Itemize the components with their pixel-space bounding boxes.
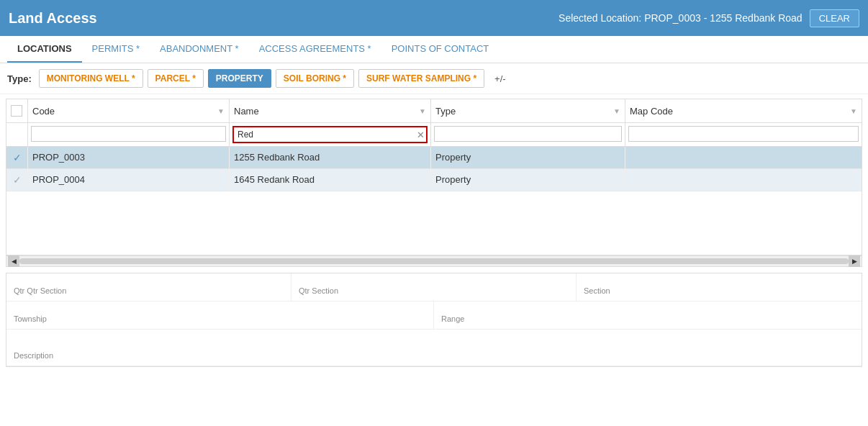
filter-code-cell [28, 123, 230, 146]
type-soil-boring[interactable]: SOIL BORING * [276, 69, 354, 88]
type-monitoring-well[interactable]: MONITORING WELL * [39, 69, 143, 88]
type-bar: Type: MONITORING WELL * PARCEL * PROPERT… [0, 63, 868, 94]
filter-map-code-cell [625, 123, 862, 146]
scroll-left-button[interactable]: ◀ [8, 255, 19, 267]
scroll-right-button[interactable]: ▶ [849, 255, 860, 267]
filter-name-clear-icon[interactable]: ✕ [417, 130, 425, 140]
row2-map-code [625, 169, 862, 191]
row2-name: 1645 Redank Road [230, 169, 431, 191]
row2-check[interactable]: ✓ [6, 169, 28, 191]
filter-name-wrap: ✕ [232, 126, 428, 143]
tab-permits[interactable]: PERMITS * [82, 36, 150, 63]
app-header: Land Access Selected Location: PROP_0003… [0, 0, 868, 36]
filter-row: ✕ [6, 123, 862, 147]
scroll-track[interactable] [19, 258, 849, 264]
qtr-qtr-section-field: Qtr Qtr Section [6, 273, 291, 301]
detail-form: Qtr Qtr Section Qtr Section Section Town… [6, 273, 862, 367]
horizontal-scrollbar[interactable]: ◀ ▶ [6, 255, 862, 267]
section-field: Section [577, 273, 862, 301]
app-title: Land Access [9, 10, 97, 27]
filter-code-input[interactable] [31, 126, 226, 142]
township-field: Township [6, 302, 434, 329]
tab-abandonment[interactable]: ABANDONMENT * [150, 36, 249, 63]
nav-tabs: LOCATIONS PERMITS * ABANDONMENT * ACCESS… [0, 36, 868, 63]
row1-code: PROP_0003 [28, 147, 230, 168]
row2-code: PROP_0004 [28, 169, 230, 191]
col-name[interactable]: Name ▼ [230, 99, 431, 122]
select-all-checkbox[interactable] [11, 105, 22, 117]
col-select[interactable] [6, 99, 28, 122]
col-code-sort-icon: ▼ [217, 107, 225, 115]
row2-type: Property [431, 169, 625, 191]
qtr-qtr-section-label: Qtr Qtr Section [14, 286, 284, 295]
selected-location: Selected Location: PROP_0003 - 1255 Redb… [559, 12, 803, 24]
col-code-label: Code [32, 106, 55, 117]
form-row-3: Description [6, 330, 862, 366]
col-name-label: Name [234, 106, 259, 117]
tab-points-of-contact[interactable]: POINTS OF CONTACT [381, 36, 499, 63]
col-map-code[interactable]: Map Code ▼ [625, 99, 862, 122]
tab-locations[interactable]: LOCATIONS [7, 36, 82, 63]
description-field: Description [6, 330, 862, 366]
type-property[interactable]: PROPERTY [208, 69, 271, 88]
section-label: Section [584, 286, 854, 295]
description-label: Description [14, 351, 854, 360]
row1-check[interactable]: ✓ [6, 147, 28, 168]
table-row[interactable]: ✓ PROP_0004 1645 Redank Road Property [6, 169, 862, 191]
row1-name: 1255 Redbank Road [230, 147, 431, 168]
table-row[interactable]: ✓ PROP_0003 1255 Redbank Road Property [6, 147, 862, 169]
filter-map-code-input[interactable] [628, 126, 859, 142]
col-map-code-label: Map Code [630, 106, 673, 117]
clear-button[interactable]: CLEAR [810, 9, 859, 27]
type-surf-water-sampling[interactable]: SURF WATER SAMPLING * [358, 69, 484, 88]
table-body: ✓ PROP_0003 1255 Redbank Road Property ✓… [6, 147, 862, 255]
row1-map-code [625, 147, 862, 168]
range-field: Range [434, 302, 862, 329]
header-right: Selected Location: PROP_0003 - 1255 Redb… [559, 9, 859, 27]
row1-type: Property [431, 147, 625, 168]
range-label: Range [441, 314, 854, 323]
township-label: Township [14, 314, 426, 323]
filter-select-cell [6, 123, 28, 146]
col-code[interactable]: Code ▼ [28, 99, 230, 122]
col-map-code-sort-icon: ▼ [850, 107, 857, 115]
col-type-label: Type [435, 106, 456, 117]
col-type[interactable]: Type ▼ [431, 99, 625, 122]
filter-name-input[interactable] [232, 126, 428, 143]
table-header: Code ▼ Name ▼ Type ▼ Map Code ▼ [6, 99, 862, 123]
data-table: Code ▼ Name ▼ Type ▼ Map Code ▼ ✕ [6, 99, 862, 255]
type-label: Type: [7, 73, 32, 84]
form-row-2: Township Range [6, 302, 862, 330]
filter-type-cell [431, 123, 625, 146]
form-row-1: Qtr Qtr Section Qtr Section Section [6, 273, 862, 302]
plus-minus-button[interactable]: +/- [489, 70, 512, 88]
filter-name-cell: ✕ [230, 123, 431, 146]
qtr-section-field: Qtr Section [291, 273, 577, 301]
tab-access-agreements[interactable]: ACCESS AGREEMENTS * [249, 36, 381, 63]
qtr-section-label: Qtr Section [299, 286, 569, 295]
filter-type-input[interactable] [434, 126, 622, 142]
type-parcel[interactable]: PARCEL * [148, 69, 204, 88]
col-type-sort-icon: ▼ [613, 107, 620, 115]
col-name-sort-icon: ▼ [419, 107, 426, 115]
